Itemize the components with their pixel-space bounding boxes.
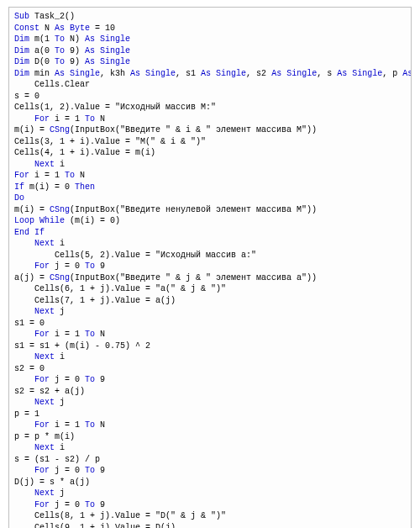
code-line: Next i: [14, 159, 406, 171]
code-line: Cells(3, 1 + i).Value = "M(" & i & ")": [14, 136, 406, 148]
code-line: Cells(8, 1 + j).Value = "D(" & j & ")": [14, 510, 406, 522]
code-line: s = 0: [14, 91, 406, 103]
code-line: a(j) = CSng(InputBox("Введите " & j & " …: [14, 272, 406, 284]
code-line: Next i: [14, 351, 406, 363]
code-line: For i = 1 To N: [14, 329, 406, 341]
code-line: For j = 0 To 9: [14, 465, 406, 477]
code-line: Next i: [14, 442, 406, 454]
code-line: Dim D(0 To 9) As Single: [14, 56, 406, 68]
code-line: For i = 1 To N: [14, 170, 406, 182]
code-line: Loop While (m(i) = 0): [14, 215, 406, 227]
code-line: Next j: [14, 397, 406, 409]
code-line: Cells(5, 2).Value = "Исходный массив a:": [14, 250, 406, 261]
code-line: s1 = s1 + (m(i) - 0.75) ^ 2: [14, 341, 406, 352]
code-line: m(i) = CSng(InputBox("Введите ненулевой …: [14, 204, 406, 216]
code-line: Next j: [14, 306, 406, 318]
code-line: For j = 0 To 9: [14, 374, 406, 386]
code-line: Cells(6, 1 + j).Value = "a(" & j & ")": [14, 283, 406, 295]
code-line: D(j) = s * a(j): [14, 477, 406, 488]
code-line: Const N As Byte = 10: [14, 23, 406, 34]
code-line: Dim min As Single, k3h As Single, s1 As …: [14, 68, 406, 80]
code-line: p = 1: [14, 409, 406, 420]
code-line: For i = 1 To N: [14, 420, 406, 431]
code-line: m(i) = CSng(InputBox("Введите " & i & " …: [14, 124, 406, 136]
code-line: p = p * m(i): [14, 431, 406, 443]
code-line: Do: [14, 193, 406, 204]
code-line: Cells(1, 2).Value = "Исходный массив M:": [14, 102, 406, 114]
code-line: Next j: [14, 488, 406, 499]
code-line: Cells(7, 1 + j).Value = a(j): [14, 295, 406, 307]
code-line: Cells.Clear: [14, 79, 406, 91]
code-line: Sub Task_2(): [14, 11, 406, 23]
code-line: Cells(4, 1 + i).Value = m(i): [14, 147, 406, 159]
code-line: If m(i) = 0 Then: [14, 182, 406, 193]
code-editor: Sub Task_2()Const N As Byte = 10Dim m(1 …: [8, 7, 412, 528]
code-line: For j = 0 To 9: [14, 499, 406, 511]
code-line: Next i: [14, 238, 406, 250]
code-line: For j = 0 To 9: [14, 261, 406, 272]
code-line: Cells(9, 1 + j).Value = D(j): [14, 522, 406, 529]
code-line: s1 = 0: [14, 318, 406, 330]
code-line: s2 = 0: [14, 363, 406, 375]
code-line: End If: [14, 227, 406, 239]
code-line: Dim a(0 To 9) As Single: [14, 45, 406, 57]
code-line: s = (s1 - s2) / p: [14, 454, 406, 466]
code-line: s2 = s2 + a(j): [14, 386, 406, 398]
code-line: For i = 1 To N: [14, 114, 406, 125]
code-line: Dim m(1 To N) As Single: [14, 34, 406, 45]
